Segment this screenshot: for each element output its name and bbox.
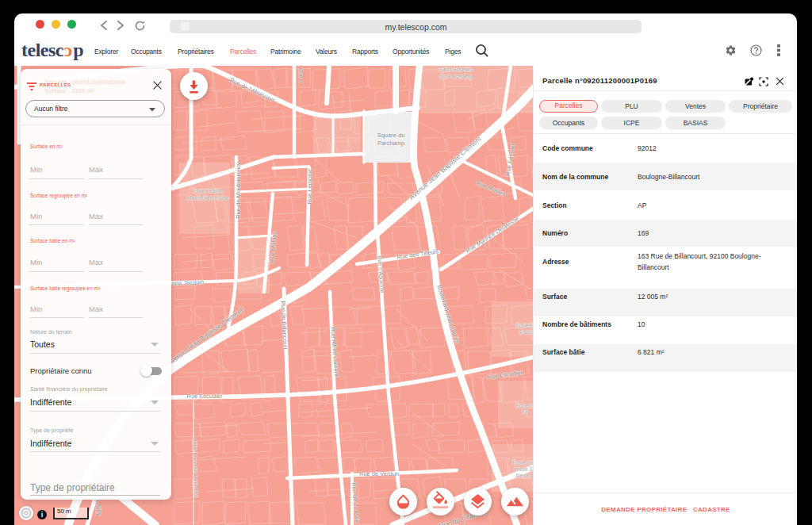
svg-text:Rue de Verdun: Rue de Verdun bbox=[359, 470, 399, 477]
svg-text:Parchamp: Parchamp bbox=[377, 140, 404, 147]
svg-text:Square du: Square du bbox=[377, 132, 405, 139]
svg-text:Saint-Joseph-: Saint-Joseph- bbox=[439, 67, 473, 73]
svg-text:du-Parchamp: du-Parchamp bbox=[439, 74, 473, 80]
svg-text:Rue de Montmorency: Rue de Montmorency bbox=[235, 162, 242, 219]
svg-text:Rue Lemoine: Rue Lemoine bbox=[306, 169, 313, 205]
svg-text:privée S: privée S bbox=[514, 466, 533, 473]
svg-text:École Élémen: École Élémen bbox=[515, 322, 533, 328]
svg-text:Fe: Fe bbox=[522, 409, 528, 415]
svg-text:Foyer Saint-: Foyer Saint- bbox=[193, 188, 224, 194]
svg-text:Rue Escudier: Rue Escudier bbox=[186, 393, 223, 400]
svg-text:École prin: École prin bbox=[512, 459, 533, 466]
svg-text:Maximilien Kolbe: Maximilien Kolbe bbox=[187, 195, 229, 201]
svg-text:Escudie: Escudie bbox=[519, 329, 533, 335]
svg-text:Alexan: Alexan bbox=[515, 473, 531, 478]
svg-text:Rue d: Rue d bbox=[298, 68, 304, 83]
svg-text:École m: École m bbox=[515, 402, 533, 408]
